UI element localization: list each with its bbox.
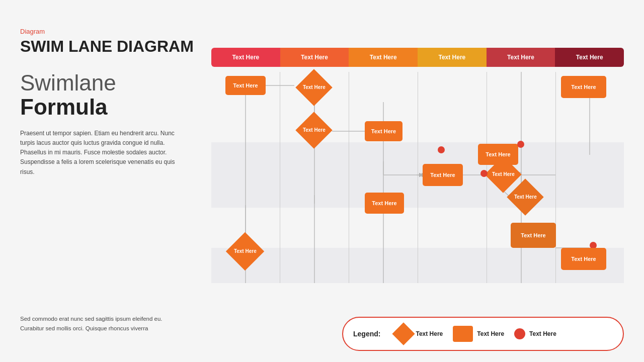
description-text: Praesent ut tempor sapien. Etiam eu hend… xyxy=(20,129,186,177)
node-13: Text Here xyxy=(225,237,265,266)
page-title: SWIM LANE DIAGRAM xyxy=(20,37,211,56)
node-11: Text Here xyxy=(511,223,556,248)
node-6: Text Here xyxy=(365,193,404,214)
node-5: Text Here xyxy=(423,164,463,186)
legend-diamond-icon xyxy=(392,322,415,345)
header-col-1: Text Here xyxy=(211,48,280,67)
bottom-left-text: Sed commodo erat nunc sed sagittis ipsum… xyxy=(20,314,181,333)
left-panel: Diagram SWIM LANE DIAGRAM Swimlane Formu… xyxy=(20,28,211,177)
dot-4 xyxy=(480,170,488,177)
legend-diamond-text: Text Here xyxy=(416,330,443,337)
node-3: Text Here xyxy=(294,117,334,143)
diagram-area: Text Here Text Here Text Here Text Here … xyxy=(211,48,624,287)
header-col-6: Text Here xyxy=(555,48,624,67)
node-4: Text Here xyxy=(365,121,403,141)
legend-rect-icon xyxy=(453,326,473,342)
slide: Diagram SWIM LANE DIAGRAM Swimlane Formu… xyxy=(0,0,644,362)
header-col-2: Text Here xyxy=(280,48,349,67)
legend-item-rect: Text Here xyxy=(453,326,504,342)
legend-box: Legend: Text Here Text Here Text Here xyxy=(342,317,624,351)
legend-rect-text: Text Here xyxy=(477,330,504,337)
header-col-5: Text Here xyxy=(487,48,555,67)
lanes-container: Text Here Text Here Text Here Text Here xyxy=(211,72,624,283)
v-divider-1 xyxy=(280,72,280,283)
formula-heading: Formula xyxy=(20,95,211,119)
v-divider-2 xyxy=(349,72,349,283)
dot-1 xyxy=(438,146,445,153)
node-1: Text Here xyxy=(225,76,266,95)
header-row: Text Here Text Here Text Here Text Here … xyxy=(211,48,624,67)
swimlane-heading: Swimlane xyxy=(20,71,211,95)
v-divider-5 xyxy=(555,72,556,283)
header-col-3: Text Here xyxy=(349,48,418,67)
legend-dot-icon xyxy=(514,328,525,339)
node-9: Text Here xyxy=(561,76,606,98)
node-2: Text Here xyxy=(294,74,334,101)
legend-dot-text: Text Here xyxy=(529,330,556,337)
dot-2 xyxy=(517,141,524,148)
header-col-4: Text Here xyxy=(418,48,487,67)
legend-item-dot: Text Here xyxy=(514,328,556,339)
legend-label: Legend: xyxy=(353,330,380,338)
node-12: Text Here xyxy=(561,248,606,270)
node-10: Text Here xyxy=(508,183,542,212)
v-divider-3 xyxy=(418,72,418,283)
legend-item-diamond: Text Here xyxy=(395,326,443,342)
diagram-label: Diagram xyxy=(20,28,211,35)
